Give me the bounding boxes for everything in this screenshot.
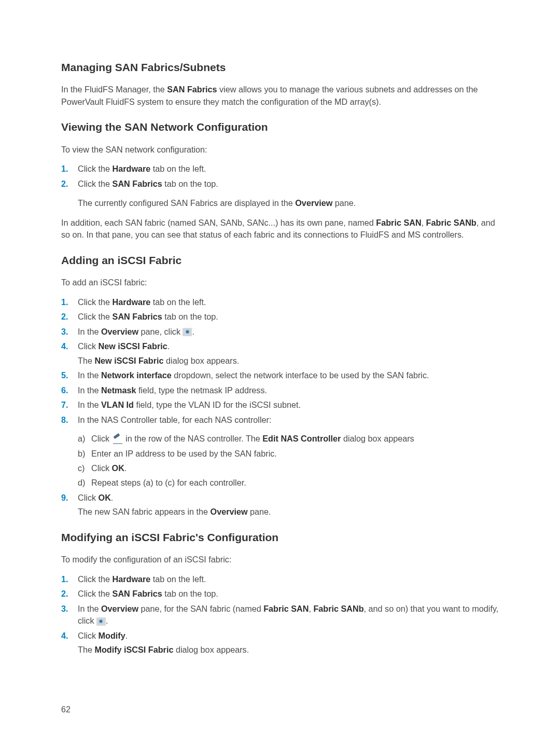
step: 5.In the Network interface dropdown, sel… [61,369,499,381]
step-result: The new SAN fabric appears in the Overvi… [78,506,499,518]
bold-overview: Overview [295,198,332,208]
step: 7.In the VLAN Id field, type the VLAN ID… [61,399,499,411]
text: tab on the left. [150,164,206,173]
step: 2.Click the SAN Fabrics tab on the top. [61,588,499,600]
text: dialog box appears. [164,356,240,365]
substep-letter: b) [78,448,85,460]
text: dropdown, select the network interface t… [172,370,429,380]
text: . [124,463,127,473]
step: 4.Click Modify. The Modify iSCSI Fabric … [61,630,499,656]
text: Repeat steps (a) to (c) for each control… [91,478,246,487]
step-number: 2. [61,311,68,323]
text: In the [78,604,101,613]
heading-viewing: Viewing the SAN Network Configuration [61,119,499,135]
text: tab on the left. [150,574,206,584]
text: In the [78,400,101,409]
substep: d)Repeat steps (a) to (c) for each contr… [78,477,499,489]
heading-modifying: Modifying an iSCSI Fabric's Configuratio… [61,530,499,545]
gear-icon [96,617,106,626]
step: 9.Click OK. The new SAN fabric appears i… [61,492,499,518]
text: tab on the top. [162,312,218,321]
substep: a)Click in the row of the NAS controller… [78,433,499,445]
step: 6.In the Netmask field, type the netmask… [61,384,499,396]
text: In the [78,385,101,395]
steps-viewing: 1.Click the Hardware tab on the left. 2.… [61,163,499,190]
bold-network-interface: Network interface [101,370,172,380]
text: The new SAN fabric appears in the [78,507,211,516]
section-adding: Adding an iSCSI Fabric To add an iSCSI f… [61,253,499,518]
text: . [167,341,170,351]
para-modifying-intro: To modify the configuration of an iSCSI … [61,554,499,566]
text: In the [78,370,101,380]
text: pane. [248,507,271,516]
text: tab on the top. [162,589,218,598]
step: 1.Click the Hardware tab on the left. [61,573,499,585]
step: 1.Click the Hardware tab on the left. [61,296,499,308]
text: The [78,645,94,654]
step: 3.In the Overview pane, for the SAN fabr… [61,603,499,627]
page-number: 62 [61,704,71,715]
text: Click the [78,589,113,598]
step-number: 1. [61,573,68,585]
bold-san-fabrics: SAN Fabrics [167,85,217,94]
step-number: 1. [61,163,68,175]
steps-adding: 1.Click the Hardware tab on the left. 2.… [61,296,499,518]
step-number: 4. [61,630,68,642]
text: Click the [78,312,113,321]
section-managing: Managing SAN Fabrics/Subnets In the Flui… [61,60,499,108]
text: . [125,631,128,640]
substep-letter: d) [78,477,85,489]
step: 2.Click the SAN Fabrics tab on the top. [61,311,499,323]
step-number: 4. [61,340,68,352]
step-result: The Modify iSCSI Fabric dialog box appea… [78,644,499,656]
text: In the FluidFS Manager, the [61,85,167,94]
pencil-icon [112,435,123,444]
step: 3.In the Overview pane, click . [61,326,499,338]
text: The [78,356,94,365]
bold-ok: OK [99,493,111,502]
text: Enter an IP address to be used by the SA… [91,449,277,458]
text: pane, for the SAN fabric (named [138,604,263,613]
step: 1.Click the Hardware tab on the left. [61,163,499,175]
section-modifying: Modifying an iSCSI Fabric's Configuratio… [61,530,499,656]
substep: c)Click OK. [78,462,499,474]
steps-modifying: 1.Click the Hardware tab on the left. 2.… [61,573,499,656]
text: Click [78,493,99,502]
bold-modify-iscsi-fabric: Modify iSCSI Fabric [94,645,173,654]
para-in-addition: In addition, each SAN fabric (named SAN,… [61,217,499,241]
text: Click the [78,179,113,188]
text: Click [78,631,99,640]
bold-edit-nas-controller: Edit NAS Controller [262,434,341,443]
bold-san-fabrics: SAN Fabrics [113,179,162,188]
text: . [106,616,108,625]
text: dialog box appears [341,434,414,443]
bold-hardware: Hardware [113,297,151,307]
bold-hardware: Hardware [113,164,151,173]
bold-modify: Modify [99,631,125,640]
step-number: 3. [61,603,68,615]
text: Click the [78,574,113,584]
text: Click [91,463,112,473]
text: , [422,218,426,227]
step: 2.Click the SAN Fabrics tab on the top. [61,178,499,190]
text: field, type the netmask IP address. [136,385,268,395]
bold-netmask: Netmask [101,385,136,395]
substep: b)Enter an IP address to be used by the … [78,448,499,460]
step: 4.Click New iSCSI Fabric. The New iSCSI … [61,340,499,367]
text: in the row of the NAS controller. The [123,434,263,443]
step-result: The New iSCSI Fabric dialog box appears. [78,355,499,367]
bold-overview: Overview [211,507,248,516]
text: In addition, each SAN fabric (named SAN,… [61,218,376,227]
para-adding-intro: To add an iSCSI fabric: [61,277,499,288]
heading-managing: Managing SAN Fabrics/Subnets [61,60,499,75]
step-number: 8. [61,414,68,426]
substeps: a)Click in the row of the NAS controller… [78,433,499,489]
step-number: 2. [61,588,68,600]
heading-adding: Adding an iSCSI Fabric [61,253,499,268]
step-number: 5. [61,369,68,381]
step-result: The currently configured SAN Fabrics are… [61,197,499,209]
text: Click the [78,164,113,173]
text: . [111,493,114,502]
substep-letter: a) [78,433,85,445]
step-number: 3. [61,326,68,338]
